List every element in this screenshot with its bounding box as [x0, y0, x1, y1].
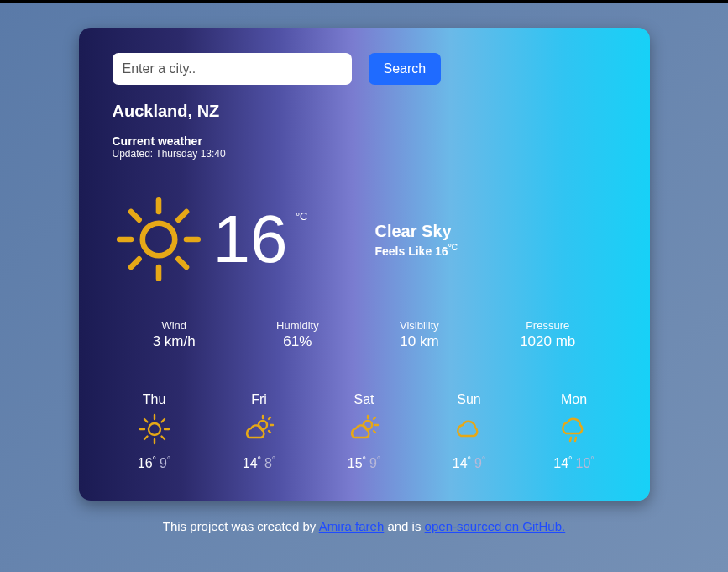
forecast-day: Sun 14°9° — [432, 392, 507, 471]
forecast-day: Fri 14°8° — [222, 392, 297, 471]
metric-wind: Wind 3 km/h — [153, 319, 196, 350]
rain-icon — [558, 412, 591, 446]
sun-icon — [138, 412, 171, 446]
current-weather-heading: Current weather Updated: Thursday 13:40 — [113, 134, 616, 160]
temp-unit: °C — [296, 211, 308, 222]
metric-pressure: Pressure 1020 mb — [520, 319, 575, 350]
location-title: Auckland, NZ — [113, 102, 616, 121]
partly-cloudy-icon — [348, 412, 381, 446]
partly-cloudy-icon — [243, 412, 276, 446]
current-temperature: 16°C — [213, 206, 308, 273]
current-conditions: 16°C Clear Sky Feels Like 16°C — [113, 193, 616, 286]
weather-card: Search Auckland, NZ Current weather Upda… — [79, 28, 650, 501]
temp-value: 16 — [213, 202, 288, 276]
metric-visibility: Visibility 10 km — [400, 319, 439, 350]
metric-humidity: Humidity 61% — [276, 319, 319, 350]
sun-icon — [113, 193, 205, 286]
footer: This project was created by Amira fareh … — [163, 519, 565, 533]
condition-column: Clear Sky Feels Like 16°C — [374, 222, 457, 258]
cloud-icon — [453, 412, 486, 446]
search-row: Search — [113, 53, 616, 85]
search-button[interactable]: Search — [369, 53, 442, 85]
current-weather-label: Current weather — [113, 134, 616, 148]
metrics-row: Wind 3 km/h Humidity 61% Visibility 10 k… — [113, 319, 616, 350]
forecast-row: Thu 16°9° Fri 14°8° Sat 15°9° Sun 14°9° … — [113, 392, 616, 475]
condition-text: Clear Sky — [374, 222, 457, 241]
updated-time: Updated: Thursday 13:40 — [113, 148, 616, 160]
feels-like: Feels Like 16°C — [374, 243, 457, 258]
city-search-input[interactable] — [113, 53, 352, 85]
forecast-day: Mon 14°10° — [537, 392, 612, 471]
author-link[interactable]: Amira fareh — [319, 519, 385, 533]
forecast-day: Thu 16°9° — [117, 392, 192, 471]
github-link[interactable]: open-sourced on GitHub. — [425, 519, 566, 533]
forecast-day: Sat 15°9° — [327, 392, 402, 471]
